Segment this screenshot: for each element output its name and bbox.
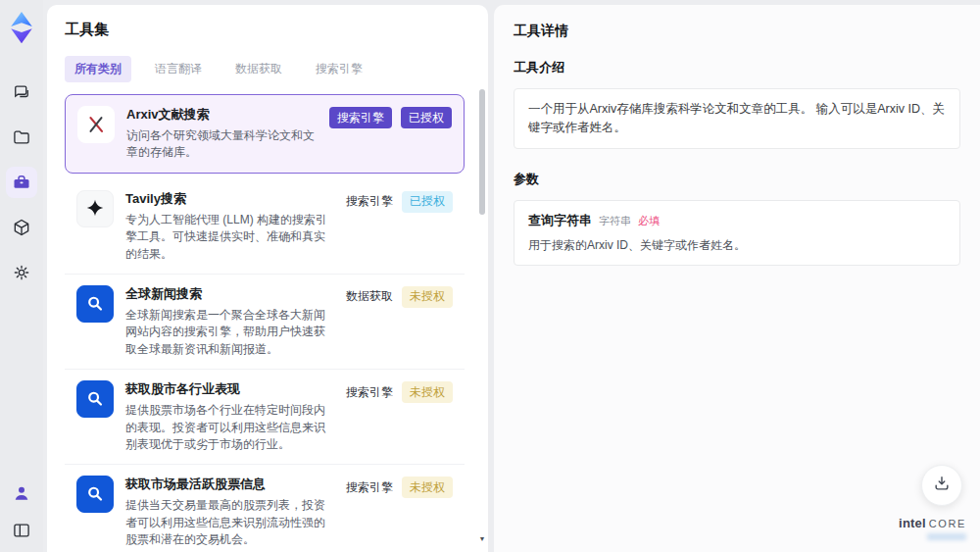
- news-search-icon: [76, 476, 114, 513]
- tool-detail-panel: 工具详情 工具介绍 一个用于从Arxiv存储库搜索科学论文和文章的工具。 输入可…: [494, 5, 980, 552]
- tool-card[interactable]: 获取股市各行业表现 提供股票市场各个行业在特定时间段内的表现。投资者可以利用这些…: [65, 370, 465, 465]
- parameter-card: 查询字符串 字符串 必填 用于搜索的Arxiv ID、关键字或作者姓名。: [514, 200, 960, 266]
- intro-box: 一个用于从Arxiv存储库搜索科学论文和文章的工具。 输入可以是Arxiv ID…: [514, 88, 960, 149]
- tool-description: 提供当天交易量最高的股票列表，投资者可以利用这些信息来识别流动性强的股票和潜在的…: [125, 497, 334, 548]
- intel-core-logo: intelcore: [899, 516, 966, 540]
- intro-text: 一个用于从Arxiv存储库搜索科学论文和文章的工具。 输入可以是Arxiv ID…: [528, 100, 946, 137]
- tool-card[interactable]: Tavily搜索 专为人工智能代理 (LLM) 构建的搜索引擎工具。可快速提供实…: [65, 179, 465, 275]
- tool-name: 获取股市各行业表现: [125, 380, 334, 398]
- param-type: 字符串: [599, 214, 631, 228]
- category-badge: 搜索引擎: [346, 191, 393, 213]
- page-title: 工具集: [65, 21, 476, 39]
- tab[interactable]: 数据获取: [225, 56, 292, 82]
- intro-heading: 工具介绍: [514, 59, 960, 76]
- tool-card[interactable]: 获取市场最活跃股票信息 提供当天交易量最高的股票列表，投资者可以利用这些信息来识…: [65, 465, 465, 552]
- brand-ultra-smudge: [927, 533, 966, 540]
- tool-name: 全球新闻搜索: [125, 285, 334, 303]
- category-badge: 数据获取: [346, 286, 393, 308]
- chat-icon[interactable]: [6, 76, 37, 108]
- scrollbar-thumb[interactable]: [479, 89, 485, 215]
- news-search-icon: [76, 285, 114, 323]
- tool-description: 提供股票市场各个行业在特定时间段内的表现。投资者可以利用这些信息来识别表现优于或…: [125, 402, 334, 453]
- tool-card[interactable]: 全球新闻搜索 全球新闻搜索是一个聚合全球各大新闻网站内容的搜索引擎，帮助用户快速…: [65, 275, 465, 370]
- tab[interactable]: 语言翻译: [145, 56, 212, 82]
- settings-gear-icon[interactable]: [6, 257, 37, 288]
- sparkle-icon: [76, 190, 114, 227]
- app-logo-icon: [8, 12, 35, 43]
- scrollbar: ▼: [478, 89, 486, 544]
- tool-description: 访问各个研究领域大量科学论文和文章的存储库。: [126, 127, 318, 162]
- detail-title: 工具详情: [514, 23, 960, 40]
- tab[interactable]: 搜索引擎: [306, 56, 372, 82]
- download-icon: [932, 474, 952, 497]
- icon-rail: [0, 0, 43, 552]
- category-badge: 搜索引擎: [329, 107, 392, 128]
- arxiv-icon: [77, 106, 115, 143]
- param-description: 用于搜索的Arxiv ID、关键字或作者姓名。: [528, 237, 946, 254]
- category-tabs: 所有类别 语言翻译 数据获取 搜索引擎: [65, 56, 476, 82]
- toolbox-icon[interactable]: [6, 167, 37, 198]
- download-button[interactable]: [921, 465, 962, 506]
- folder-icon[interactable]: [6, 122, 37, 153]
- auth-badge: 已授权: [401, 107, 452, 128]
- auth-badge: 未授权: [402, 381, 453, 403]
- brand-primary: intel: [899, 516, 926, 530]
- auth-badge: 未授权: [402, 286, 453, 308]
- category-badge: 搜索引擎: [346, 477, 393, 498]
- news-search-icon: [76, 380, 114, 418]
- tool-name: Tavily搜索: [125, 190, 334, 208]
- tool-card[interactable]: Arxiv文献搜索 访问各个研究领域大量科学论文和文章的存储库。 搜索引擎 已授…: [65, 94, 465, 174]
- tool-list-panel: 工具集 所有类别 语言翻译 数据获取 搜索引擎 Arxiv文献搜索 访问各个研究…: [47, 5, 488, 552]
- cube-icon[interactable]: [6, 212, 37, 243]
- tool-name: 获取市场最活跃股票信息: [125, 476, 334, 493]
- tab[interactable]: 所有类别: [65, 56, 131, 82]
- param-name: 查询字符串: [528, 212, 592, 229]
- category-badge: 搜索引擎: [346, 381, 393, 403]
- tool-name: Arxiv文献搜索: [126, 106, 318, 124]
- scrollbar-down-arrow[interactable]: ▼: [478, 535, 486, 542]
- panel-toggle-icon[interactable]: [6, 515, 37, 546]
- param-required-flag: 必填: [638, 214, 660, 228]
- auth-badge: 已授权: [402, 191, 453, 213]
- tool-description: 专为人工智能代理 (LLM) 构建的搜索引擎工具。可快速提供实时、准确和真实的结…: [125, 212, 334, 263]
- auth-badge: 未授权: [402, 477, 453, 498]
- tool-list: Arxiv文献搜索 访问各个研究领域大量科学论文和文章的存储库。 搜索引擎 已授…: [65, 94, 476, 552]
- tool-description: 全球新闻搜索是一个聚合全球各大新闻网站内容的搜索引擎，帮助用户快速获取全球最新资…: [125, 307, 334, 358]
- brand-secondary: core: [929, 518, 966, 529]
- params-heading: 参数: [514, 171, 960, 188]
- user-icon[interactable]: [6, 477, 37, 509]
